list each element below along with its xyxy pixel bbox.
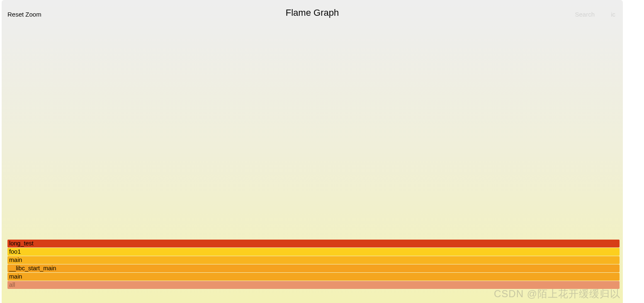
- frame-long-test[interactable]: long_test: [7, 240, 620, 247]
- search-button[interactable]: Search: [575, 11, 595, 18]
- frame-main-upper[interactable]: main: [7, 256, 620, 264]
- ic-button[interactable]: ic: [611, 11, 615, 18]
- frame-libc-start-main[interactable]: __libc_start_main: [7, 264, 620, 272]
- frame-label: all: [9, 281, 15, 289]
- frame-label: foo1: [9, 248, 21, 256]
- frames-area: long_test foo1 main __libc_start_main ma…: [7, 239, 620, 289]
- flame-graph-container: Flame Graph Reset Zoom Search ic long_te…: [2, 0, 623, 303]
- frame-label: main: [9, 256, 22, 264]
- frame-main-lower[interactable]: main: [7, 273, 620, 281]
- frame-label: __libc_start_main: [9, 264, 56, 272]
- chart-title: Flame Graph: [2, 7, 623, 18]
- watermark-text: CSDN @陌上花开缓缓归以: [494, 287, 620, 301]
- reset-zoom-button[interactable]: Reset Zoom: [7, 11, 41, 18]
- frame-label: main: [9, 273, 22, 281]
- frame-foo1[interactable]: foo1: [7, 248, 620, 256]
- frame-label: long_test: [9, 240, 34, 247]
- frame-all[interactable]: all: [7, 281, 620, 289]
